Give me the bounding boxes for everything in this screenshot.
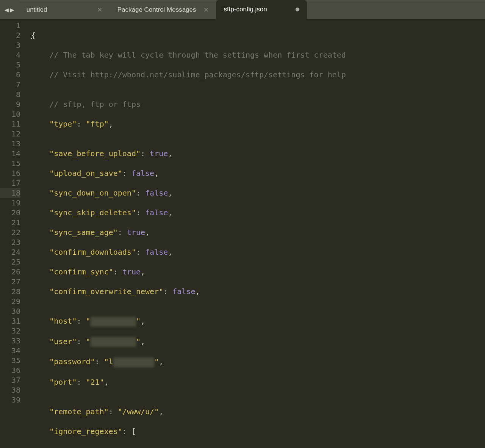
- quote: ": [86, 337, 91, 346]
- line-number: 33: [0, 336, 20, 346]
- key-confirm-downloads: "confirm_downloads": [49, 247, 136, 257]
- editor-area: 1234567891011121314151617181920212223242…: [0, 19, 485, 448]
- tab-label: sftp-config.json: [224, 6, 267, 13]
- close-icon[interactable]: ×: [204, 5, 209, 15]
- bracket-open: [: [131, 427, 136, 436]
- key-port: "port": [49, 378, 77, 387]
- line-number: 23: [0, 237, 20, 247]
- line-number: 4: [0, 50, 20, 60]
- value-type: "ftp": [86, 119, 109, 128]
- key-sync-down-on-open: "sync_down_on_open": [49, 188, 136, 197]
- dirty-indicator-icon: [296, 8, 299, 11]
- tab-bar-filler: [307, 0, 485, 19]
- comment: // sftp, ftp or ftps: [49, 100, 141, 109]
- key-type: "type": [49, 119, 77, 128]
- key-ignore-regexes: "ignore_regexes": [49, 427, 122, 436]
- line-number: 34: [0, 346, 20, 356]
- key-remote-path: "remote_path": [49, 407, 109, 416]
- line-number: 24: [0, 247, 20, 257]
- line-number: 22: [0, 227, 20, 237]
- regex-value: "\\.sublime-(project|workspace)": [67, 446, 213, 448]
- line-number: 38: [0, 385, 20, 395]
- redacted-password: xxxxxxxxx: [113, 357, 154, 367]
- tab-package-control[interactable]: Package Control Messages ×: [110, 0, 216, 19]
- quote: ": [136, 337, 141, 346]
- line-number: 36: [0, 365, 20, 375]
- line-number: 35: [0, 356, 20, 365]
- line-number: 2: [0, 30, 20, 40]
- line-number: 18: [0, 188, 20, 198]
- line-number: 8: [0, 89, 20, 99]
- tab-sftp-config[interactable]: sftp-config.json: [216, 0, 307, 19]
- regex-value: "sftp-config(-alt\\d?)?\\.json": [223, 446, 364, 448]
- tab-untitled[interactable]: untitled ×: [19, 0, 110, 19]
- line-number: 5: [0, 60, 20, 70]
- tab-label: untitled: [27, 6, 47, 14]
- line-number: 11: [0, 119, 20, 129]
- minimap[interactable]: [415, 19, 485, 448]
- line-number: 27: [0, 277, 20, 287]
- line-number: 25: [0, 257, 20, 267]
- line-number: 14: [0, 149, 20, 158]
- line-number: 32: [0, 326, 20, 336]
- code-content[interactable]: { // The tab key will cycle through the …: [27, 19, 396, 448]
- key-save-before-upload: "save_before_upload": [49, 149, 141, 158]
- line-number: 9: [0, 99, 20, 109]
- line-number: 30: [0, 306, 20, 316]
- line-number: 10: [0, 109, 20, 119]
- line-number: 28: [0, 287, 20, 296]
- line-number: 39: [0, 395, 20, 405]
- key-sync-skip-deletes: "sync_skip_deletes": [49, 208, 136, 217]
- line-gutter: 1234567891011121314151617181920212223242…: [0, 19, 27, 448]
- tab-nav-right-icon[interactable]: ▶: [10, 6, 14, 14]
- quote: "l: [104, 357, 113, 366]
- line-number: 6: [0, 70, 20, 80]
- value: true: [127, 228, 145, 237]
- quote: ": [86, 316, 91, 326]
- value: false: [172, 287, 195, 296]
- line-number: 19: [0, 198, 20, 208]
- key-upload-on-save: "upload_on_save": [49, 169, 122, 178]
- line-number: 21: [0, 218, 20, 227]
- line-number: 7: [0, 80, 20, 89]
- key-sync-same-age: "sync_same_age": [49, 228, 118, 237]
- line-number: 13: [0, 139, 20, 149]
- line-number: 12: [0, 129, 20, 139]
- line-number: 37: [0, 375, 20, 385]
- comment: // The tab key will cycle through the se…: [49, 50, 346, 60]
- value: true: [150, 149, 168, 158]
- line-number: 26: [0, 267, 20, 277]
- line-number: 16: [0, 168, 20, 178]
- redacted-user: xxxxxxxxxx: [91, 337, 136, 347]
- value-port: "21": [86, 378, 104, 387]
- key-user: "user": [49, 337, 77, 346]
- line-number: 3: [0, 40, 20, 50]
- value: false: [145, 188, 168, 197]
- value: true: [122, 267, 141, 276]
- line-number: 29: [0, 296, 20, 306]
- value: false: [145, 208, 168, 217]
- line-number: 17: [0, 178, 20, 188]
- close-icon[interactable]: ×: [97, 5, 102, 15]
- brace-open: {: [31, 31, 36, 40]
- line-number: 31: [0, 316, 20, 326]
- line-number: 20: [0, 208, 20, 218]
- tab-nav-left-icon[interactable]: ◀: [5, 6, 9, 14]
- key-password: "password": [49, 357, 95, 366]
- line-number: 15: [0, 158, 20, 168]
- value-remote-path: "/www/u/": [118, 407, 159, 416]
- value: false: [131, 169, 154, 178]
- line-number: 1: [0, 20, 20, 30]
- tab-bar: ◀ ▶ untitled × Package Control Messages …: [0, 0, 485, 19]
- quote: ": [136, 316, 141, 326]
- tab-nav-arrows: ◀ ▶: [0, 0, 19, 19]
- redacted-host: xxxxxxxxxx: [91, 317, 136, 327]
- comment: // Visit http://wbond.net/sublime_packag…: [49, 70, 346, 79]
- key-host: "host": [49, 316, 77, 326]
- quote: ": [154, 357, 159, 366]
- tab-label: Package Control Messages: [117, 6, 196, 14]
- value: false: [145, 247, 168, 257]
- key-confirm-overwrite-newer: "confirm_overwrite_newer": [49, 287, 163, 296]
- key-confirm-sync: "confirm_sync": [49, 267, 113, 276]
